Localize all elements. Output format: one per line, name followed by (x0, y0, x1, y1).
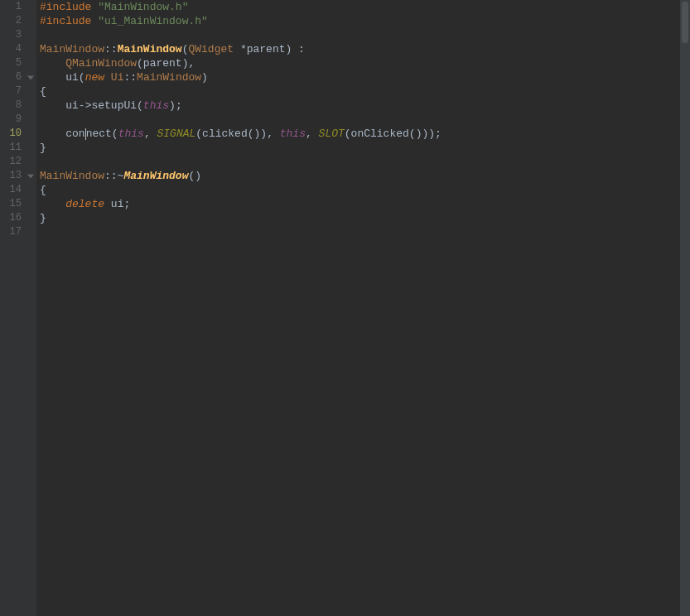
line-number-text: 16 (10, 212, 22, 224)
code-token: ( (79, 71, 85, 84)
code-token: :: (104, 43, 118, 55)
code-token: ) (260, 128, 267, 140)
code-token: -> (79, 99, 92, 112)
code-token: , (306, 128, 319, 140)
line-number[interactable]: 10 (0, 127, 36, 141)
line-number-text: 3 (16, 29, 22, 41)
code-token: MainWindow (118, 43, 182, 55)
line-number[interactable]: 1 (0, 0, 36, 14)
code-token: ui (65, 71, 79, 84)
code-token: setupUi (91, 99, 137, 112)
code-token: MainWindow (40, 43, 104, 55)
code-token (40, 99, 65, 112)
line-number-text: 10 (10, 128, 22, 139)
code-token: { (40, 184, 46, 196)
code-token: :: (123, 71, 137, 84)
code-token: new (85, 71, 111, 84)
code-token: )) (422, 128, 435, 140)
code-line[interactable] (40, 28, 690, 42)
code-token: this (118, 128, 144, 140)
code-token: parent (143, 57, 182, 70)
code-line[interactable]: } (40, 141, 690, 155)
code-line[interactable]: #include "ui_MainWindow.h" (40, 14, 690, 28)
code-line[interactable]: #include "MainWindow.h" (40, 0, 690, 14)
line-number[interactable]: 13 (0, 169, 36, 183)
code-token: ui (111, 198, 124, 210)
code-line[interactable] (40, 225, 690, 239)
line-number[interactable]: 3 (0, 28, 36, 42)
code-token: () (409, 128, 422, 140)
code-token: ; (435, 128, 442, 140)
code-token: } (40, 212, 46, 224)
code-token (40, 198, 65, 210)
line-number-text: 4 (16, 43, 22, 55)
code-token (40, 128, 65, 140)
code-line[interactable] (40, 155, 690, 169)
code-token: #include (40, 1, 98, 13)
code-token: QWidget (188, 43, 239, 55)
code-area[interactable]: #include "MainWindow.h"#include "ui_Main… (36, 0, 690, 616)
code-token (40, 71, 65, 84)
vertical-scrollbar[interactable] (680, 0, 690, 616)
line-number[interactable]: 6 (0, 70, 36, 84)
code-token: nect (86, 128, 112, 140)
line-number[interactable]: 9 (0, 113, 36, 127)
code-token: con (65, 128, 84, 140)
code-token: MainWindow (137, 71, 201, 84)
code-token: "ui_MainWindow.h" (98, 15, 208, 27)
line-number-text: 7 (16, 85, 22, 97)
code-line[interactable]: { (40, 183, 690, 197)
line-number-gutter[interactable]: 1234567891011121314151617 (0, 0, 36, 616)
line-number[interactable]: 7 (0, 84, 36, 99)
line-number-text: 8 (16, 99, 22, 111)
line-number-text: 5 (16, 57, 22, 69)
code-line[interactable]: delete ui; (40, 197, 690, 211)
line-number-text: 11 (10, 142, 22, 153)
line-number[interactable]: 17 (0, 225, 36, 239)
line-number-text: 14 (10, 184, 22, 195)
code-token: ( (112, 128, 118, 140)
code-token: ) (201, 71, 208, 84)
code-token: () (248, 128, 261, 140)
line-number[interactable]: 2 (0, 14, 36, 28)
code-editor[interactable]: 1234567891011121314151617 #include "Main… (0, 0, 690, 616)
code-token: { (40, 85, 46, 98)
line-number[interactable]: 12 (0, 155, 36, 169)
code-token: :: (104, 170, 118, 182)
code-token: *parent (240, 43, 286, 55)
line-number-text: 17 (10, 226, 22, 238)
line-number[interactable]: 14 (0, 183, 36, 197)
code-line[interactable] (40, 113, 690, 127)
fold-toggle-icon[interactable] (27, 75, 34, 79)
code-line[interactable]: QMainWindow(parent), (40, 56, 690, 70)
code-token: ; (123, 198, 130, 210)
code-line[interactable]: { (40, 84, 690, 99)
line-number[interactable]: 4 (0, 42, 36, 56)
code-token: , (188, 57, 195, 70)
code-line[interactable]: connect(this, SIGNAL(clicked()), this, S… (40, 127, 690, 141)
code-line[interactable]: ui->setupUi(this); (40, 99, 690, 113)
line-number[interactable]: 5 (0, 56, 36, 70)
code-line[interactable]: MainWindow::~MainWindow() (40, 169, 690, 183)
code-token: SLOT (319, 128, 345, 140)
code-token: Ui (111, 71, 124, 84)
code-token: this (280, 128, 306, 140)
line-number[interactable]: 16 (0, 211, 36, 225)
code-token: ( (137, 57, 143, 70)
line-number-text: 15 (10, 198, 22, 209)
line-number[interactable]: 11 (0, 141, 36, 155)
line-number-text: 9 (16, 113, 22, 125)
line-number[interactable]: 15 (0, 197, 36, 211)
code-token: ( (195, 128, 202, 140)
fold-toggle-icon[interactable] (27, 174, 34, 178)
code-line[interactable]: } (40, 211, 690, 225)
code-line[interactable]: MainWindow::MainWindow(QWidget *parent) … (40, 42, 690, 56)
line-number[interactable]: 8 (0, 99, 36, 113)
code-line[interactable]: ui(new Ui::MainWindow) (40, 70, 690, 84)
code-token: onClicked (351, 128, 409, 140)
code-token: SIGNAL (157, 128, 195, 140)
code-token: this (143, 99, 169, 112)
code-token: QMainWindow (65, 57, 137, 70)
line-number-text: 2 (16, 15, 22, 26)
code-token: , (267, 128, 280, 140)
